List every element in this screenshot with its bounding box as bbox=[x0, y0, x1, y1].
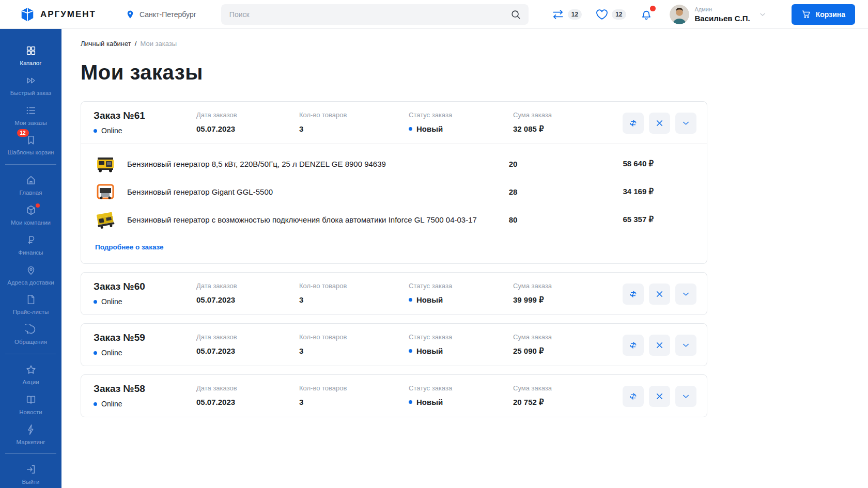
order-sum: 32 085 ₽ bbox=[513, 124, 623, 134]
city-label: Санкт-Петербург bbox=[140, 10, 196, 19]
product-quantity: 28 bbox=[498, 187, 529, 196]
cancel-order-button[interactable] bbox=[649, 284, 670, 305]
cancel-order-button[interactable] bbox=[649, 386, 670, 407]
order-qty: 3 bbox=[299, 124, 409, 133]
expand-order-button[interactable] bbox=[675, 386, 696, 407]
notification-dot bbox=[36, 203, 40, 208]
sidebar-item-list[interactable]: Мои заказы bbox=[0, 105, 61, 127]
sidebar-item-pin[interactable]: Адреса доставки bbox=[0, 264, 61, 287]
sidebar-item-star[interactable]: Акции bbox=[0, 364, 61, 386]
cancel-order-button[interactable] bbox=[649, 335, 670, 356]
order-qty: 3 bbox=[299, 398, 409, 406]
chevron-down-icon bbox=[681, 391, 691, 401]
expand-order-button[interactable] bbox=[675, 113, 696, 134]
user-role: Админ bbox=[695, 6, 750, 12]
repeat-icon bbox=[628, 289, 638, 299]
ruble-icon bbox=[25, 234, 37, 246]
order-actions bbox=[623, 386, 696, 407]
close-icon bbox=[655, 340, 664, 350]
status-dot bbox=[409, 127, 412, 131]
orders-list: Заказ №61 Online Дата заказов05.07.2023 … bbox=[81, 101, 868, 417]
sidebar-item-grid[interactable]: Каталог bbox=[0, 45, 61, 67]
sidebar-item-chat[interactable]: Обращения bbox=[0, 324, 61, 346]
user-menu[interactable]: Админ Васильев С.П. bbox=[670, 5, 767, 24]
order-card: Заказ №60 Online Дата заказов05.07.2023 … bbox=[81, 272, 707, 315]
notifications-button[interactable] bbox=[640, 8, 653, 21]
order-status: Новый bbox=[409, 347, 513, 355]
order-status-label: Статус заказа bbox=[409, 384, 513, 392]
compare-button[interactable]: 12 bbox=[551, 8, 582, 21]
product-price: 65 357 ₽ bbox=[540, 215, 654, 224]
close-icon bbox=[655, 289, 664, 299]
sidebar-item-label: Прайс-листы bbox=[12, 309, 50, 316]
sidebar-item-label: Маркетинг bbox=[16, 439, 47, 446]
sidebar-divider bbox=[5, 453, 56, 454]
sidebar-item-cube[interactable]: Мои компании bbox=[0, 204, 61, 227]
cart-button[interactable]: Корзина bbox=[792, 4, 855, 25]
breadcrumb-parent[interactable]: Личный кабинет bbox=[81, 40, 131, 48]
order-item-row: Бензиновый генератор Gigant GGL-5500 28 … bbox=[81, 178, 707, 206]
sidebar-item-lightning[interactable]: Маркетинг bbox=[0, 424, 61, 446]
breadcrumb: Личный кабинет / Мои заказы bbox=[81, 40, 868, 48]
chevron-down-icon bbox=[681, 118, 691, 128]
repeat-order-button[interactable] bbox=[623, 284, 644, 305]
order-card: Заказ №59 Online Дата заказов05.07.2023 … bbox=[81, 323, 707, 366]
status-dot bbox=[94, 129, 97, 133]
expand-order-button[interactable] bbox=[675, 335, 696, 356]
sidebar-item-label: Адреса доставки bbox=[6, 279, 55, 287]
repeat-order-button[interactable] bbox=[623, 113, 644, 134]
sidebar-item-bookmark[interactable]: 12Шаблоны корзин bbox=[0, 134, 61, 156]
sidebar-divider bbox=[5, 164, 56, 165]
cancel-order-button[interactable] bbox=[649, 113, 670, 134]
city-selector[interactable]: Санкт-Петербург bbox=[126, 10, 196, 19]
sidebar-item-label: Главная bbox=[19, 190, 43, 197]
order-details-link[interactable]: Подробнее о заказе bbox=[95, 243, 164, 251]
order-status: Новый bbox=[409, 398, 513, 406]
repeat-order-button[interactable] bbox=[623, 386, 644, 407]
sidebar-item-ruble[interactable]: Финансы bbox=[0, 234, 61, 257]
order-card: Заказ №58 Online Дата заказов05.07.2023 … bbox=[81, 374, 707, 417]
sidebar-item-home[interactable]: Главная bbox=[0, 175, 61, 197]
product-image bbox=[95, 209, 116, 230]
logo[interactable]: АРГУМЕНТ bbox=[20, 7, 96, 22]
notification-dot bbox=[650, 6, 656, 11]
sidebar-item-logout[interactable]: Выйти bbox=[0, 464, 61, 486]
chevron-down-icon bbox=[681, 289, 691, 299]
search-input[interactable] bbox=[221, 4, 529, 25]
expand-order-button[interactable] bbox=[675, 284, 696, 305]
logo-text: АРГУМЕНТ bbox=[40, 9, 96, 20]
order-qty: 3 bbox=[299, 347, 409, 355]
favorites-button[interactable]: 12 bbox=[595, 8, 626, 21]
repeat-order-button[interactable] bbox=[623, 335, 644, 356]
location-pin-icon bbox=[126, 10, 135, 19]
header-icons: 12 12 bbox=[551, 8, 653, 21]
repeat-icon bbox=[628, 340, 638, 350]
fast-forward-icon bbox=[25, 75, 37, 86]
cube-icon bbox=[25, 204, 37, 216]
sidebar-item-fast-forward[interactable]: Быстрый заказ bbox=[0, 75, 61, 97]
search-icon[interactable] bbox=[510, 9, 521, 20]
status-dot bbox=[94, 402, 97, 406]
top-bar: АРГУМЕНТ Санкт-Петербург 12 12 Админ Вас… bbox=[0, 0, 868, 29]
compare-count-badge: 12 bbox=[568, 9, 582, 20]
sidebar-item-label: Мои компании bbox=[10, 219, 52, 227]
chat-icon bbox=[25, 324, 37, 335]
order-card-header: Заказ №58 Online Дата заказов05.07.2023 … bbox=[81, 375, 707, 417]
order-date-label: Дата заказов bbox=[196, 282, 299, 290]
order-actions bbox=[623, 284, 696, 305]
logo-cube-icon bbox=[20, 7, 35, 22]
status-dot bbox=[409, 400, 412, 404]
sidebar-item-document[interactable]: Прайс-листы bbox=[0, 294, 61, 316]
order-sum: 20 752 ₽ bbox=[513, 398, 623, 407]
sidebar-item-book[interactable]: Новости bbox=[0, 394, 61, 416]
status-dot bbox=[94, 351, 97, 355]
order-date-label: Дата заказов bbox=[196, 111, 299, 119]
order-sum: 25 090 ₽ bbox=[513, 347, 623, 356]
order-card-header: Заказ №61 Online Дата заказов05.07.2023 … bbox=[81, 102, 707, 144]
breadcrumb-separator: / bbox=[135, 40, 137, 48]
product-quantity: 80 bbox=[498, 215, 529, 224]
order-channel: Online bbox=[94, 349, 196, 357]
order-date-label: Дата заказов bbox=[196, 333, 299, 341]
close-icon bbox=[655, 391, 664, 401]
sidebar-item-label: Финансы bbox=[17, 249, 44, 257]
